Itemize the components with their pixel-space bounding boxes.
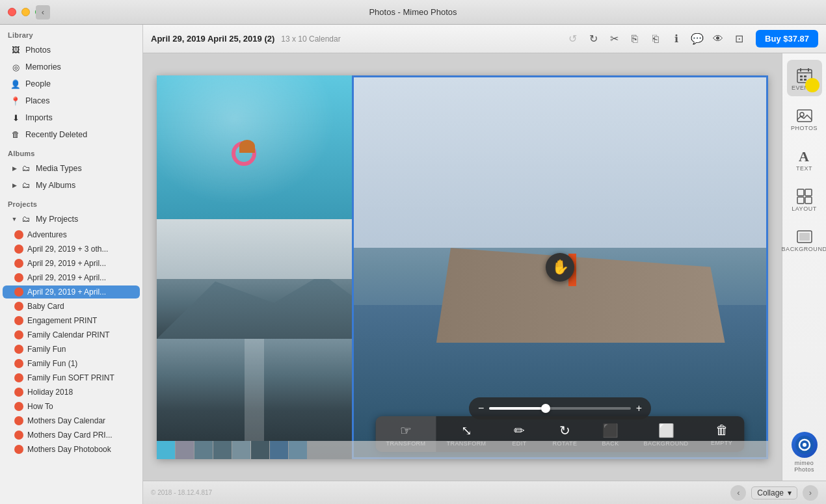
prev-page-button[interactable]: ‹: [730, 485, 746, 501]
svg-rect-14: [805, 197, 812, 204]
next-page-button[interactable]: ›: [803, 485, 818, 501]
project-label: Holiday 2018: [27, 388, 73, 397]
thumb-item[interactable]: [232, 441, 250, 459]
doc-title: April 29, 2019 April 25, 2019 (2): [151, 34, 274, 44]
project-label: Family Fun (1): [27, 359, 77, 368]
project-label: April 29, 2019 + 3 oth...: [27, 245, 108, 254]
lighthouse-sky: [354, 77, 766, 248]
slider-track[interactable]: [489, 407, 630, 410]
project-label: Mothers Day Photobook: [27, 445, 111, 454]
collage-wrapper: ✋ − +: [157, 75, 768, 459]
project-item-apr29-2[interactable]: April 29, 2019 + April...: [3, 257, 140, 270]
buy-button[interactable]: Buy $37.87: [756, 30, 818, 47]
zoom-out-button[interactable]: −: [478, 403, 484, 414]
back-button[interactable]: ‹: [36, 5, 50, 20]
project-item-mothers-day-cal[interactable]: Mothers Day Calendar: [3, 414, 140, 427]
sidebar-item-label: My Albums: [36, 181, 75, 190]
project-label: April 29, 2019 + April...: [27, 273, 106, 282]
project-dot: [14, 388, 23, 397]
sidebar-item-my-albums[interactable]: ▶ 🗂 My Albums: [3, 178, 140, 193]
project-dot: [14, 287, 23, 297]
project-item-apr29-1[interactable]: April 29, 2019 + 3 oth...: [3, 243, 140, 256]
scale-icon: ⤡: [461, 423, 472, 438]
panel-background-button[interactable]: BACKGROUND: [787, 221, 822, 258]
sidebar-item-label: Imports: [25, 113, 53, 122]
text-icon: A: [795, 147, 814, 165]
thumb-item[interactable]: [213, 441, 232, 459]
panel-layout-button[interactable]: LAYOUT: [787, 181, 822, 217]
paste-button[interactable]: ⎗: [646, 30, 665, 48]
preview-button[interactable]: 👁: [709, 30, 727, 48]
canvas-area: ✋ − +: [143, 53, 782, 481]
svg-rect-13: [797, 197, 804, 204]
collapse-arrow: ▼: [10, 215, 18, 223]
cut-button[interactable]: ✂: [605, 30, 623, 48]
background-icon: [795, 228, 814, 246]
panel-photos-button[interactable]: PHOTOS: [787, 100, 822, 137]
project-item-family-cal[interactable]: Family Calendar PRINT: [3, 328, 140, 341]
sidebar-item-memories[interactable]: ◎ Memories: [3, 59, 140, 75]
minimize-button[interactable]: [21, 8, 30, 16]
project-item-apr29-3[interactable]: April 29, 2019 + April...: [3, 271, 140, 284]
svg-text:A: A: [799, 148, 809, 165]
project-item-apr29-4[interactable]: April 29, 2019 + April...: [3, 285, 140, 298]
project-item-holiday[interactable]: Holiday 2018: [3, 386, 140, 399]
mimeo-text: mimeo: [795, 460, 814, 466]
sidebar-item-label: Media Types: [36, 164, 82, 173]
close-button[interactable]: [8, 8, 16, 16]
project-item-mothers-day-card[interactable]: Mothers Day Card PRI...: [3, 429, 140, 442]
sidebar: Library 🖼 Photos ◎ Memories 👤 People 📍 P…: [0, 25, 143, 504]
sidebar-item-label: My Projects: [36, 215, 78, 224]
sidebar-item-label: Photos: [25, 46, 51, 55]
project-item-family-fun-soft[interactable]: Family Fun SOFT PRINT: [3, 371, 140, 384]
mimeo-logo: mimeo Photos: [792, 432, 818, 473]
sidebar-item-media-types[interactable]: ▶ 🗂 Media Types: [3, 161, 140, 176]
layout-icon: [795, 187, 814, 206]
project-dot: [14, 302, 23, 311]
thumb-item[interactable]: [289, 441, 307, 459]
project-item-mothers-day-photo[interactable]: Mothers Day Photobook: [3, 443, 140, 456]
project-item-family-fun[interactable]: Family Fun: [3, 343, 140, 356]
sidebar-item-photos[interactable]: 🖼 Photos: [3, 42, 140, 58]
zoom-in-button[interactable]: +: [636, 403, 642, 414]
project-dot: [14, 245, 23, 254]
project-label: April 29, 2019 + April...: [27, 259, 106, 268]
panel-text-button[interactable]: A TEXT: [787, 140, 822, 177]
sidebar-item-my-projects[interactable]: ▼ 🗂 My Projects: [3, 211, 140, 227]
project-label: Family Calendar PRINT: [27, 330, 110, 339]
sidebar-item-imports[interactable]: ⬇ Imports: [3, 110, 140, 126]
sidebar-item-label: Places: [25, 96, 50, 105]
slider-thumb[interactable]: [541, 404, 550, 413]
collage-right-selected[interactable]: ✋ − +: [352, 75, 768, 459]
toolbar: April 29, 2019 April 25, 2019 (2) 13 x 1…: [143, 25, 826, 53]
export-button[interactable]: ⊡: [730, 30, 748, 48]
panel-events-button[interactable]: EVENTS: [787, 60, 822, 96]
thumb-item[interactable]: [157, 441, 175, 459]
floater-decoration: [232, 141, 258, 167]
project-label: How To: [27, 402, 53, 411]
sidebar-item-places[interactable]: 📍 Places: [3, 93, 140, 109]
info-button[interactable]: ℹ: [667, 30, 686, 48]
sidebar-item-people[interactable]: 👤 People: [3, 76, 140, 92]
redo-button[interactable]: ↻: [584, 30, 602, 48]
photo-mountain[interactable]: [157, 219, 352, 339]
folder-icon: 🗂: [21, 180, 31, 191]
copy-button[interactable]: ⎘: [626, 30, 644, 48]
edit-icon: ✏: [514, 423, 525, 438]
thumb-item[interactable]: [194, 441, 213, 459]
project-item-how-to[interactable]: How To: [3, 400, 140, 413]
thumb-item[interactable]: [176, 441, 194, 459]
sidebar-item-recently-deleted[interactable]: 🗑 Recently Deleted: [3, 127, 140, 142]
page-type-label: Collage: [757, 488, 784, 497]
project-item-engagement[interactable]: Engagement PRINT: [3, 314, 140, 327]
thumb-item[interactable]: [251, 441, 269, 459]
project-item-family-fun-1[interactable]: Family Fun (1): [3, 357, 140, 370]
project-item-adventures[interactable]: Adventures: [3, 228, 140, 241]
project-item-baby-card[interactable]: Baby Card: [3, 300, 140, 313]
page-type-selector[interactable]: Collage ▾: [751, 486, 797, 499]
comment-button[interactable]: 💬: [688, 30, 706, 48]
photo-pool[interactable]: [157, 75, 352, 219]
thumb-item[interactable]: [270, 441, 288, 459]
project-label: Baby Card: [27, 302, 64, 311]
undo-button[interactable]: ↺: [563, 30, 581, 48]
